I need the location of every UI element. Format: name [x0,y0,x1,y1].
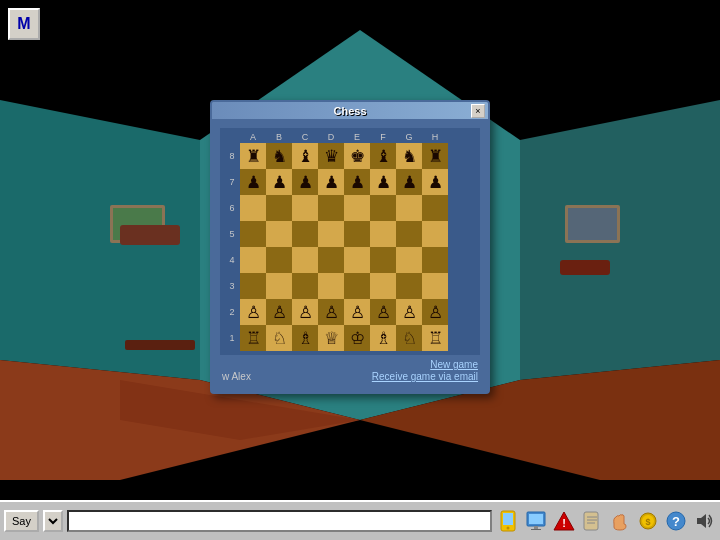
board-cell[interactable] [370,273,396,299]
volume-icon[interactable] [692,509,716,533]
board-cell[interactable]: ♛ [318,143,344,169]
board-cell[interactable]: ♟ [370,169,396,195]
board-cell[interactable]: ♖ [422,325,448,351]
say-input[interactable] [67,510,492,532]
svg-marker-31 [697,514,706,528]
board-cell[interactable] [318,273,344,299]
chess-close-button[interactable]: × [471,104,485,118]
chess-body: A B C D E F G H 8♜♞♝♛♚♝♞♜7♟♟♟♟♟♟♟♟65432♙… [212,120,488,392]
alert-icon[interactable]: ! [552,509,576,533]
board-cell[interactable] [370,247,396,273]
chess-titlebar: Chess × [212,102,488,120]
board-cell[interactable]: ♟ [422,169,448,195]
board-cell[interactable] [292,195,318,221]
say-button[interactable]: Say [4,510,39,532]
board-cell[interactable] [344,195,370,221]
board-cell[interactable]: ♜ [240,143,266,169]
svg-text:?: ? [672,514,680,529]
board-cell[interactable] [422,221,448,247]
board-cell[interactable]: ♗ [370,325,396,351]
row-label-2: 2 [224,307,240,317]
board-cell[interactable] [240,247,266,273]
svg-text:!: ! [562,517,566,529]
board-cell[interactable]: ♟ [266,169,292,195]
board-cell[interactable] [240,273,266,299]
board-cell[interactable] [344,221,370,247]
board-cell[interactable]: ♙ [396,299,422,325]
board-cell[interactable]: ♟ [396,169,422,195]
board-cell[interactable] [318,247,344,273]
chess-board-container: A B C D E F G H 8♜♞♝♛♚♝♞♜7♟♟♟♟♟♟♟♟65432♙… [220,128,480,355]
board-cell[interactable] [396,221,422,247]
say-dropdown[interactable]: ▼ [43,510,63,532]
board-cell[interactable] [370,221,396,247]
board-cell[interactable]: ♔ [344,325,370,351]
board-cell[interactable] [292,221,318,247]
board-cell[interactable] [396,273,422,299]
board-cell[interactable]: ♟ [344,169,370,195]
board-cell[interactable]: ♙ [318,299,344,325]
board-cell[interactable]: ♘ [266,325,292,351]
receive-email-link[interactable]: Receive game via email [372,371,478,382]
board-cell[interactable]: ♚ [344,143,370,169]
board-cell[interactable] [318,221,344,247]
svg-rect-9 [120,225,180,245]
svg-rect-8 [568,208,617,240]
board-cell[interactable] [344,247,370,273]
board-cell[interactable]: ♟ [292,169,318,195]
board-cell[interactable] [396,195,422,221]
board-cell[interactable]: ♙ [240,299,266,325]
svg-rect-11 [125,340,195,350]
board-cell[interactable] [266,195,292,221]
coin-icon[interactable]: $ [636,509,660,533]
board-cell[interactable] [422,195,448,221]
board-cell[interactable] [370,195,396,221]
m-icon[interactable]: M [8,8,40,40]
question-icon[interactable]: ? [664,509,688,533]
board-cell[interactable] [266,221,292,247]
board-cell[interactable]: ♝ [292,143,318,169]
board-cell[interactable] [292,247,318,273]
board-cell[interactable] [318,195,344,221]
chess-footer: w Alex New game Receive game via email [220,355,480,384]
board-cell[interactable]: ♙ [344,299,370,325]
svg-point-15 [507,527,510,530]
board-cell[interactable]: ♟ [318,169,344,195]
board-cell[interactable]: ♙ [370,299,396,325]
board-cell[interactable] [266,247,292,273]
board-cell[interactable]: ♙ [266,299,292,325]
svg-rect-17 [529,514,543,524]
board-cell[interactable]: ♞ [266,143,292,169]
board-cell[interactable]: ♕ [318,325,344,351]
board-cell[interactable]: ♙ [422,299,448,325]
board-cell[interactable] [422,247,448,273]
taskbar: Say ▼ ! [0,500,720,540]
board-cell[interactable]: ♞ [396,143,422,169]
col-label-d: D [318,132,344,142]
board-cell[interactable]: ♘ [396,325,422,351]
board-cell[interactable]: ♖ [240,325,266,351]
board-cell[interactable]: ♟ [240,169,266,195]
monitor-icon[interactable] [524,509,548,533]
svg-rect-18 [534,526,538,529]
phone-icon[interactable] [496,509,520,533]
col-label-c: C [292,132,318,142]
chess-board[interactable]: 8♜♞♝♛♚♝♞♜7♟♟♟♟♟♟♟♟65432♙♙♙♙♙♙♙♙1♖♘♗♕♔♗♘♖ [224,143,476,351]
board-cell[interactable] [266,273,292,299]
svg-rect-14 [503,513,513,525]
board-cell[interactable]: ♗ [292,325,318,351]
svg-rect-12 [560,260,610,275]
board-cell[interactable]: ♜ [422,143,448,169]
hand-icon[interactable] [608,509,632,533]
new-game-link[interactable]: New game [430,359,478,370]
board-cell[interactable] [292,273,318,299]
svg-rect-19 [531,529,541,530]
board-cell[interactable]: ♙ [292,299,318,325]
scroll-icon[interactable] [580,509,604,533]
board-cell[interactable] [396,247,422,273]
board-cell[interactable] [240,221,266,247]
board-cell[interactable] [344,273,370,299]
board-cell[interactable] [422,273,448,299]
board-cell[interactable] [240,195,266,221]
board-cell[interactable]: ♝ [370,143,396,169]
